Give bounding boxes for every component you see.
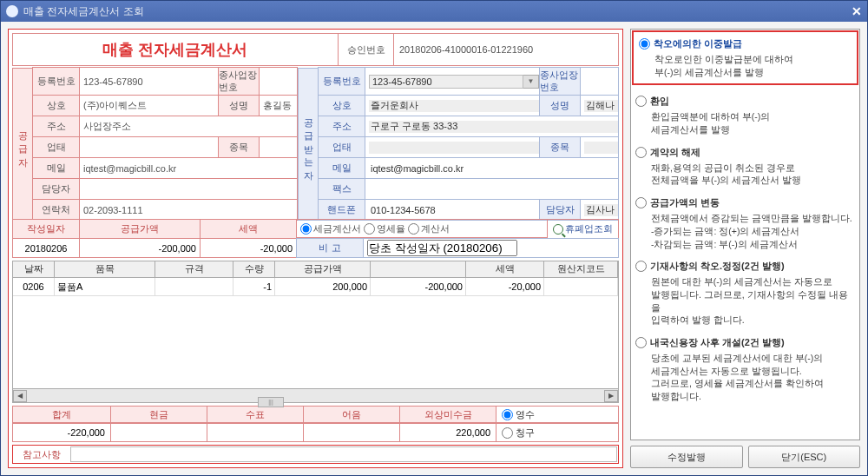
supplier-biz-label: 업태: [32, 136, 80, 158]
grid-header-tax: 세액: [466, 261, 544, 277]
buyer-fax-input[interactable]: [369, 183, 618, 195]
radio-tax-invoice[interactable]: 세금계산서: [300, 222, 361, 235]
buyer-reg-label: 등록번호: [318, 67, 365, 96]
grid-header-item: 품목: [55, 261, 155, 277]
cell-tax[interactable]: -20,000: [466, 278, 544, 296]
doc-date: 20180206: [12, 238, 80, 258]
radio-zero-rate[interactable]: 영세율: [364, 222, 405, 235]
option-radio-3[interactable]: [635, 147, 647, 158]
buyer-mail-label: 메일: [318, 157, 365, 179]
scroll-thumb[interactable]: |||: [258, 397, 284, 407]
supplier-addr-label: 주소: [32, 116, 80, 137]
buyer-mgr-label: 담당자: [539, 199, 581, 221]
options-panel: 착오에의한 이중발급 착오로인한 이중발급분에 대하여 부(-)의 세금계산서를…: [630, 29, 860, 440]
total-sum: -220,000: [12, 423, 111, 442]
buyer-branch-label: 종사업장번호: [539, 67, 581, 96]
buyer-item-label: 종목: [539, 136, 581, 158]
option-radio-5[interactable]: [635, 261, 647, 272]
supplier-branch-label: 종사업장번호: [218, 67, 260, 96]
option-radio-1[interactable]: [639, 38, 650, 50]
approval-label: 승인번호: [338, 33, 394, 66]
supplier-addr: 사업장주소: [79, 116, 298, 137]
cell-origin[interactable]: [544, 278, 618, 296]
radio-receive[interactable]: 영수: [502, 408, 613, 421]
window-title: 매출 전자세금계산서 조회: [23, 4, 852, 19]
buyer-name-input[interactable]: [369, 100, 539, 112]
buyer-reg-input[interactable]: [369, 75, 523, 89]
supplier-ceo-label: 성명: [218, 95, 260, 116]
option-desc-3: 재화,용역의 공급이 취소된 경우로 전체금액을 부(-)의 세금계산서 발행: [635, 162, 855, 187]
buyer-fax-label: 팩스: [318, 178, 365, 200]
cell-supply[interactable]: 200,000: [275, 278, 371, 296]
supplier-item: [259, 136, 298, 158]
option-radio-6[interactable]: [635, 337, 647, 348]
grid-header-spec: 규격: [155, 261, 233, 277]
chevron-down-icon[interactable]: ▼: [523, 75, 539, 89]
buyer-biz-label: 업태: [318, 136, 365, 158]
horizontal-scrollbar[interactable]: ◀ ||| ▶: [12, 389, 619, 403]
reference-note-input[interactable]: [70, 446, 617, 462]
buyer-hp-label: 핸드폰: [318, 199, 365, 221]
doc-title: 매출 전자세금계산서: [12, 33, 339, 66]
doc-remark-label: 비 고: [296, 238, 364, 258]
buyer-addr-label: 주소: [318, 116, 365, 137]
supplier-mail-label: 메일: [32, 157, 80, 179]
option-contract-cancel[interactable]: 계약의 해제: [635, 146, 855, 159]
total-cash-label: 현금: [110, 406, 207, 423]
supplier-ceo: 홍길동: [259, 95, 298, 116]
option-radio-2[interactable]: [635, 96, 647, 107]
scroll-right-icon[interactable]: ▶: [604, 390, 618, 402]
grid-header-supply: 공급가액: [275, 261, 371, 277]
option-desc-4: 전체금액에서 증감되는 금액만큼을 발행합니다. -증가되는 금액: 정(+)의…: [635, 212, 855, 250]
option-local-lc[interactable]: 내국신용장 사후 개설(2건 발행): [635, 336, 855, 349]
buyer-hp-input[interactable]: [369, 204, 539, 216]
option-desc-1: 착오로인한 이중발급분에 대하여 부(-)의 세금계산서를 발행: [639, 53, 852, 78]
total-check: [207, 423, 304, 442]
buyer-reg-combo[interactable]: ▼: [369, 75, 539, 89]
radio-bill[interactable]: 계산서: [408, 222, 450, 235]
cell-qty[interactable]: -1: [233, 278, 275, 296]
total-credit: 220,000: [399, 423, 496, 442]
scroll-left-icon[interactable]: ◀: [13, 390, 27, 402]
supplier-mgr-label: 담당자: [32, 178, 80, 200]
app-icon: [6, 5, 18, 17]
buyer-mgr-input[interactable]: [584, 204, 618, 216]
cell-supply2[interactable]: -200,000: [371, 278, 466, 296]
buyer-mail-input[interactable]: [369, 162, 618, 175]
supplier-name-label: 상호: [32, 95, 80, 116]
cell-item[interactable]: 물품A: [55, 278, 155, 296]
option-error-correction[interactable]: 기재사항의 착오.정정(2건 발행): [635, 260, 855, 273]
total-credit-label: 외상미수금: [399, 406, 496, 423]
cell-spec[interactable]: [155, 278, 233, 296]
option-radio-4[interactable]: [635, 197, 647, 208]
supplier-mail: iqtest@magicbill.co.kr: [79, 157, 298, 179]
supplier-mgr: [79, 178, 298, 200]
total-sum-label: 합계: [12, 406, 111, 423]
close-icon[interactable]: ✕: [852, 4, 862, 18]
business-status-lookup-button[interactable]: 휴폐업조회: [547, 219, 619, 239]
option-supply-change[interactable]: 공급가액의 변동: [635, 196, 855, 209]
close-button[interactable]: 닫기(ESC): [748, 446, 861, 468]
doc-remark-input[interactable]: [367, 240, 517, 256]
total-note: [303, 423, 400, 442]
buyer-addr-input[interactable]: [369, 121, 618, 133]
supplier-biz: [79, 136, 219, 158]
revised-issue-button[interactable]: 수정발행: [630, 446, 743, 468]
buyer-ceo-input[interactable]: [584, 100, 618, 112]
table-row[interactable]: 0206 물품A -1 200,000 -200,000 -20,000: [13, 278, 618, 296]
doc-type-group: 세금계산서 영세율 계산서: [296, 219, 548, 238]
buyer-item-input[interactable]: [584, 142, 618, 154]
doc-supply: -200,000: [79, 238, 201, 258]
supplier-section: 공급자: [12, 68, 33, 221]
doc-tax-label: 세액: [200, 219, 297, 239]
grid-body[interactable]: 0206 물품A -1 200,000 -200,000 -20,000: [12, 278, 619, 389]
supplier-reg: 123-45-67890: [79, 67, 219, 96]
approval-number: 20180206-41000016-01221960: [393, 33, 619, 66]
radio-claim[interactable]: 청구: [502, 426, 613, 440]
option-return[interactable]: 환입: [635, 95, 855, 108]
option-duplicate-issue[interactable]: 착오에의한 이중발급: [639, 37, 852, 50]
titlebar[interactable]: 매출 전자세금계산서 조회 ✕: [1, 1, 867, 22]
grid-header-origin: 원산지코드: [544, 261, 618, 277]
cell-date[interactable]: 0206: [13, 278, 55, 296]
buyer-biz-input[interactable]: [369, 142, 539, 154]
